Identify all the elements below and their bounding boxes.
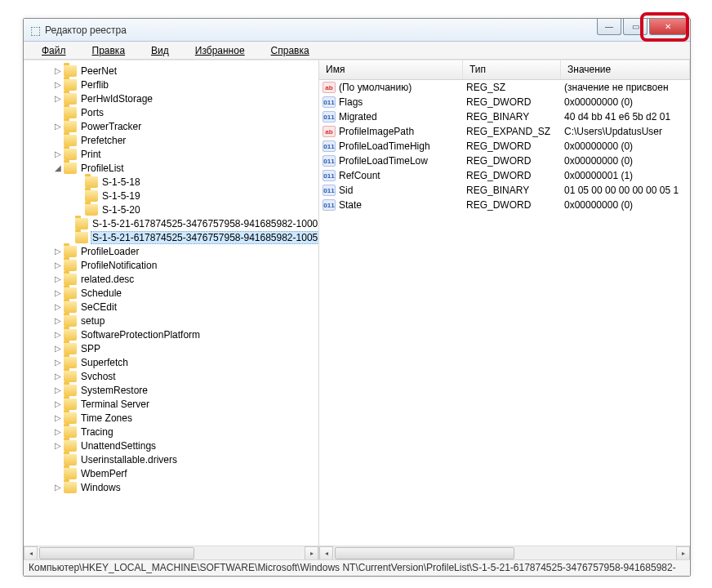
binary-value-icon: 011	[323, 111, 336, 122]
expand-icon[interactable]: ▷	[53, 372, 63, 381]
menu-help[interactable]: Справка	[258, 43, 323, 58]
value-row[interactable]: 011MigratedREG_BINARY40 d4 bb 41 e6 5b d…	[319, 109, 690, 124]
tree-item[interactable]: ▷SeCEdit	[25, 300, 318, 314]
folder-icon	[64, 454, 77, 466]
tree-item[interactable]: Userinstallable.drivers	[25, 452, 318, 466]
expand-icon[interactable]: ▷	[53, 358, 63, 367]
menu-favorites[interactable]: Избранное	[182, 43, 258, 58]
tree-item[interactable]: ▷Terminal Server	[25, 397, 318, 411]
tree-item[interactable]: ▷SystemRestore	[25, 383, 318, 397]
tree-item[interactable]: ▷PerHwIdStorage	[25, 91, 318, 105]
menu-view[interactable]: Вид	[138, 43, 182, 58]
folder-icon	[75, 218, 88, 229]
values-list[interactable]: ab(По умолчанию)REG_SZ(значение не присв…	[319, 80, 690, 546]
tree-item[interactable]: ▷SPP	[25, 341, 318, 355]
tree-item[interactable]: ▷Tracing	[25, 425, 318, 439]
tree-item[interactable]: ◢ProfileList	[25, 161, 318, 175]
value-row[interactable]: 011ProfileLoadTimeHighREG_DWORD0x0000000…	[319, 139, 690, 154]
titlebar[interactable]: ⬚ Редактор реестра — ▭ ✕	[24, 19, 690, 42]
expand-icon[interactable]: ▷	[53, 330, 63, 339]
tree-item[interactable]: Ports	[25, 105, 318, 119]
values-pane: Имя Тип Значение ab(По умолчанию)REG_SZ(…	[319, 60, 690, 559]
value-row[interactable]: abProfileImagePathREG_EXPAND_SZC:\Users\…	[319, 124, 690, 139]
tree-item-label: ProfileList	[79, 163, 126, 174]
value-row[interactable]: 011FlagsREG_DWORD0x00000000 (0)	[319, 95, 690, 109]
tree-item[interactable]: ▷SoftwareProtectionPlatform	[25, 327, 318, 341]
tree-item[interactable]: S-1-5-19	[25, 189, 318, 203]
tree-item[interactable]: S-1-5-21-617874525-3476757958-941685982-…	[25, 230, 318, 244]
tree-item[interactable]: Prefetcher	[25, 133, 318, 147]
tree-item[interactable]: WbemPerf	[25, 466, 318, 480]
tree-item[interactable]: S-1-5-20	[25, 203, 318, 216]
tree-item-label: S-1-5-19	[100, 190, 142, 202]
value-data: 40 d4 bb 41 e6 5b d2 01	[564, 111, 690, 122]
expand-icon[interactable]: ▷	[53, 288, 63, 297]
expand-icon[interactable]: ▷	[53, 385, 63, 394]
expand-icon[interactable]: ▷	[53, 483, 63, 492]
registry-tree[interactable]: ▷PeerNet▷Perflib▷PerHwIdStoragePorts▷Pow…	[24, 60, 318, 546]
scroll-right-icon[interactable]: ▸	[676, 546, 690, 560]
expand-icon[interactable]: ▷	[53, 247, 63, 256]
expand-icon[interactable]: ▷	[53, 316, 63, 325]
tree-item[interactable]: ▷related.desc	[25, 272, 318, 286]
tree-item-label: Userinstallable.drivers	[79, 454, 179, 466]
tree-item[interactable]: ▷PeerNet	[25, 64, 318, 78]
expand-icon[interactable]: ▷	[53, 427, 63, 436]
value-row[interactable]: 011SidREG_BINARY01 05 00 00 00 00 00 05 …	[319, 183, 690, 198]
value-row[interactable]: 011ProfileLoadTimeLowREG_DWORD0x00000000…	[319, 154, 690, 168]
tree-item-label: Time Zones	[79, 412, 134, 424]
values-horizontal-scrollbar[interactable]: ◂ ▸	[319, 546, 690, 559]
tree-item[interactable]: ▷Print	[25, 147, 318, 161]
value-row[interactable]: 011StateREG_DWORD0x00000000 (0)	[319, 198, 690, 212]
scroll-right-icon[interactable]: ▸	[305, 546, 318, 560]
tree-item[interactable]: S-1-5-18	[25, 175, 318, 189]
expand-icon[interactable]: ▷	[53, 302, 63, 311]
column-name[interactable]: Имя	[319, 60, 463, 79]
expand-icon[interactable]: ▷	[53, 399, 63, 408]
scroll-left-icon[interactable]: ◂	[24, 546, 38, 560]
tree-item-label: SPP	[79, 343, 102, 354]
expand-icon[interactable]: ▷	[53, 94, 63, 103]
value-name: Migrated	[339, 111, 466, 122]
scroll-left-icon[interactable]: ◂	[319, 546, 333, 560]
expand-icon[interactable]: ▷	[53, 274, 63, 283]
minimize-button[interactable]: —	[597, 19, 621, 35]
close-button[interactable]: ✕	[649, 19, 687, 35]
tree-item-label: S-1-5-21-617874525-3476757958-941685982-…	[91, 231, 318, 244]
folder-icon	[64, 163, 77, 174]
menu-edit[interactable]: Правка	[79, 43, 139, 58]
folder-icon	[64, 65, 77, 77]
value-name: Flags	[339, 96, 466, 108]
expand-icon[interactable]: ▷	[53, 261, 63, 270]
expand-icon[interactable]: ▷	[53, 441, 63, 450]
column-data[interactable]: Значение	[561, 60, 690, 79]
expand-icon[interactable]: ▷	[53, 413, 63, 422]
tree-item[interactable]: ▷Windows	[25, 480, 318, 494]
value-row[interactable]: 011RefCountREG_DWORD0x00000001 (1)	[319, 168, 690, 183]
tree-item[interactable]: ▷PowerTracker	[25, 119, 318, 133]
tree-horizontal-scrollbar[interactable]: ◂ ▸	[24, 546, 318, 559]
expand-icon[interactable]: ▷	[53, 122, 63, 131]
tree-item[interactable]: ▷Schedule	[25, 286, 318, 300]
tree-item[interactable]: ▷UnattendSettings	[25, 439, 318, 452]
folder-icon	[85, 204, 98, 216]
collapse-icon[interactable]: ◢	[53, 163, 63, 172]
maximize-button[interactable]: ▭	[623, 19, 647, 35]
tree-item[interactable]: S-1-5-21-617874525-3476757958-941685982-…	[25, 216, 318, 230]
tree-item[interactable]: ▷setup	[25, 314, 318, 327]
menu-file[interactable]: Файл	[29, 43, 79, 58]
tree-item[interactable]: ▷Time Zones	[25, 411, 318, 425]
expand-icon[interactable]: ▷	[53, 344, 63, 353]
tree-item[interactable]: ▷ProfileNotification	[25, 258, 318, 272]
expand-icon[interactable]: ▷	[53, 66, 63, 75]
expand-icon[interactable]: ▷	[53, 149, 63, 158]
tree-item[interactable]: ▷Svchost	[25, 369, 318, 383]
column-type[interactable]: Тип	[463, 60, 561, 79]
expand-icon[interactable]: ▷	[53, 80, 63, 89]
values-header[interactable]: Имя Тип Значение	[319, 60, 690, 80]
tree-item[interactable]: ▷Superfetch	[25, 355, 318, 369]
value-row[interactable]: ab(По умолчанию)REG_SZ(значение не присв…	[319, 80, 690, 95]
tree-item[interactable]: ▷ProfileLoader	[25, 244, 318, 258]
value-type: REG_DWORD	[466, 170, 564, 181]
tree-item[interactable]: ▷Perflib	[25, 78, 318, 91]
